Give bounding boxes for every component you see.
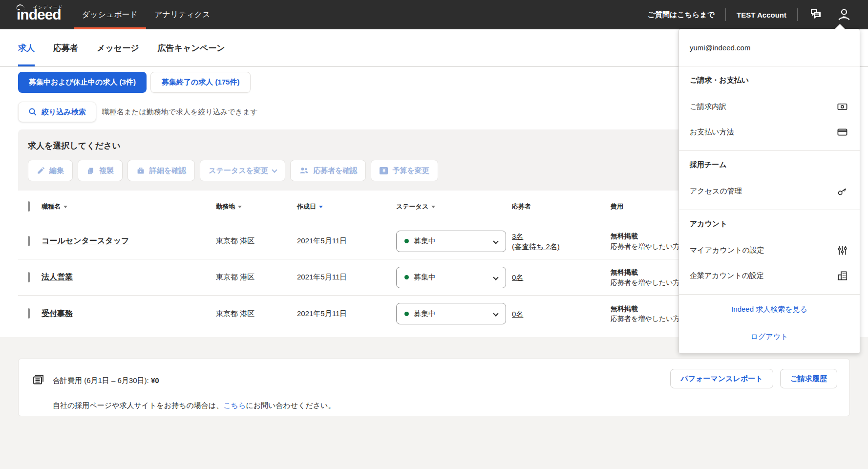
menu-item-label: 企業アカウントの設定 (690, 271, 764, 280)
sort-icon-active (319, 206, 323, 208)
row-checkbox[interactable] (28, 308, 30, 319)
edit-label: 編集 (49, 166, 64, 175)
sliders-icon (837, 245, 848, 256)
indeed-logo-kana: インディード (33, 4, 63, 11)
filter-closed-jobs[interactable]: 募集終了の求人 (175件) (150, 72, 251, 93)
messages-icon[interactable] (808, 6, 825, 23)
briefcase-icon (136, 167, 145, 175)
chevron-down-icon (493, 275, 498, 280)
contact-note-after: にお問い合わせください。 (246, 401, 335, 409)
total-cost-value: ¥0 (151, 376, 159, 384)
menu-item-billing-details[interactable]: ご請求内訳 (679, 94, 860, 119)
menu-section-header: 採用チーム (679, 151, 860, 178)
sort-icon (431, 206, 435, 208)
applicants-count-link[interactable]: 3名 (512, 231, 523, 241)
tab-applicants[interactable]: 応募者 (53, 29, 78, 66)
column-header-created[interactable]: 作成日 (297, 202, 396, 211)
view-applicants-label: 応募者を確認 (313, 166, 357, 175)
account-icon[interactable] (836, 6, 852, 23)
account-name[interactable]: TEST Account (737, 11, 786, 19)
help-link[interactable]: ご質問はこちらまで (648, 10, 715, 20)
change-budget-button[interactable]: ¥ 予算を変更 (371, 160, 438, 181)
menu-links: Indeed 求人検索を見る ログアウト (679, 295, 860, 353)
tab-ad-campaign[interactable]: 広告キャンペーン (158, 29, 225, 66)
applicants-count-link[interactable]: 0名 (512, 309, 523, 319)
contact-note-before: 自社の採用ページや求人サイトをお持ちの場合は、 (53, 401, 223, 409)
pencil-icon (37, 167, 45, 175)
column-header-status[interactable]: ステータス (396, 202, 512, 211)
status-select[interactable]: 募集中 (396, 267, 506, 288)
performance-report-button[interactable]: パフォーマンスレポート (670, 369, 773, 388)
filter-open-paused-jobs[interactable]: 募集中および休止中の求人 (3件) (18, 72, 147, 93)
duplicate-button[interactable]: 複製 (78, 160, 123, 181)
menu-section-header: ご請求・お支払い (679, 66, 860, 94)
applicants-count-link[interactable]: 0名 (512, 272, 523, 282)
column-header-location[interactable]: 勤務地 (216, 202, 297, 211)
yen-icon: ¥ (380, 167, 388, 174)
contact-link[interactable]: こちら (223, 401, 246, 409)
menu-section-hiring-team: 採用チーム アクセスの管理 (679, 151, 860, 210)
menu-item-label: お支払い方法 (690, 128, 734, 137)
change-status-label: ステータスを変更 (209, 166, 268, 175)
tab-jobs[interactable]: 求人 (18, 29, 35, 66)
job-title-link[interactable]: 法人営業 (42, 273, 73, 281)
view-applicants-button[interactable]: 応募者を確認 (290, 160, 366, 181)
job-created-date: 2021年5月11日 (297, 309, 396, 319)
menu-link-logout[interactable]: ログアウト (679, 323, 860, 350)
column-header-job-title[interactable]: 職種名 (42, 202, 216, 211)
refine-search-button[interactable]: 絞り込み検索 (18, 102, 96, 122)
menu-item-company-account-settings[interactable]: 企業アカウントの設定 (679, 263, 860, 288)
select-all-checkbox[interactable] (28, 201, 30, 212)
change-status-button[interactable]: ステータスを変更 (200, 160, 285, 181)
banknote-icon (837, 101, 848, 112)
row-checkbox[interactable] (28, 236, 30, 246)
tab-messages[interactable]: メッセージ (97, 29, 139, 66)
topbar-divider (725, 8, 726, 21)
indeed-employer-dashboard: indeed インディード ダッシュボード アナリティクス ご質問はこちらまで … (0, 0, 868, 469)
status-select[interactable]: 募集中 (396, 231, 506, 252)
contact-note: 自社の採用ページや求人サイトをお持ちの場合は、こちらにお問い合わせください。 (53, 401, 335, 410)
refine-search-hint: 職種名または勤務地で求人を絞り込みできます (102, 107, 258, 117)
job-title-link[interactable]: 受付事務 (42, 309, 73, 318)
billing-summary-card: 合計費用 (6月1日 – 6月30日): ¥0 自社の採用ページや求人サイトをお… (18, 359, 850, 416)
menu-item-label: アクセスの管理 (690, 187, 742, 196)
indeed-logo[interactable]: indeed インディード (17, 0, 61, 29)
edit-button[interactable]: 編集 (28, 160, 73, 181)
row-checkbox[interactable] (28, 272, 30, 282)
job-location: 東京都 港区 (216, 236, 297, 246)
status-select[interactable]: 募集中 (396, 303, 506, 324)
menu-section-account: アカウント マイアカウントの設定 企業アカウントの設定 (679, 210, 860, 295)
building-icon (837, 270, 848, 281)
menu-item-access-management[interactable]: アクセスの管理 (679, 178, 860, 204)
receipt-icon (32, 374, 45, 387)
top-nav: ダッシュボード アナリティクス (74, 0, 219, 29)
menu-section-header: アカウント (679, 210, 860, 237)
topnav-item-analytics[interactable]: アナリティクス (146, 0, 219, 29)
sort-icon (238, 206, 242, 208)
refine-search-label: 絞り込み検索 (42, 107, 86, 117)
menu-link-view-job-search[interactable]: Indeed 求人検索を見る (679, 296, 860, 323)
change-budget-label: 予算を変更 (392, 166, 429, 175)
menu-item-label: ご請求内訳 (690, 102, 726, 111)
job-title-link[interactable]: コールセンタースタッフ (42, 236, 129, 245)
total-cost-label: 合計費用 (6月1日 – 6月30日): (53, 376, 151, 384)
people-icon (299, 167, 309, 174)
topnav-item-dashboard[interactable]: ダッシュボード (74, 0, 146, 29)
status-value: 募集中 (414, 309, 436, 319)
job-created-date: 2021年5月11日 (297, 273, 396, 282)
key-icon (837, 186, 848, 197)
view-details-label: 詳細を確認 (149, 166, 186, 175)
chevron-down-icon (493, 238, 498, 244)
view-details-button[interactable]: 詳細を確認 (127, 160, 195, 181)
column-header-applicants: 応募者 (512, 202, 611, 211)
menu-item-payment-methods[interactable]: お支払い方法 (679, 119, 860, 145)
credit-card-icon (837, 127, 848, 138)
menu-item-label: マイアカウントの設定 (690, 246, 764, 255)
billing-history-button[interactable]: ご請求履歴 (780, 369, 837, 388)
menu-item-my-account-settings[interactable]: マイアカウントの設定 (679, 237, 860, 263)
total-cost-line: 合計費用 (6月1日 – 6月30日): ¥0 (53, 376, 159, 385)
copy-icon (86, 167, 95, 175)
job-created-date: 2021年5月11日 (297, 236, 396, 246)
top-app-bar: indeed インディード ダッシュボード アナリティクス ご質問はこちらまで … (0, 0, 868, 29)
applicants-pending-link[interactable]: (審査待ち 2名) (512, 241, 560, 252)
